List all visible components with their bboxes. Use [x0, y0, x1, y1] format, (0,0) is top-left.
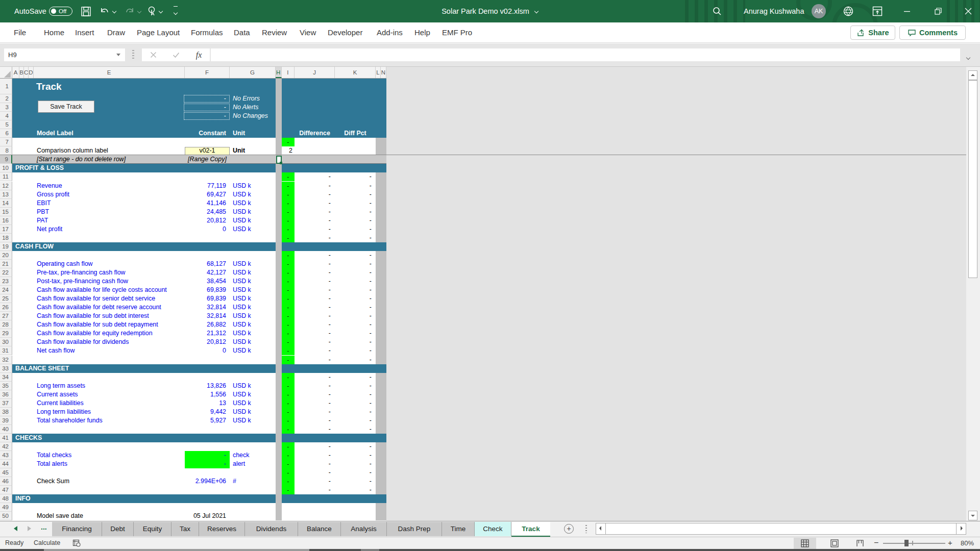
row-value[interactable]: 2.994E+06: [185, 477, 226, 486]
row-value[interactable]: 68,127: [185, 260, 226, 268]
difference-value[interactable]: -: [295, 199, 335, 208]
sheet-tab-financing[interactable]: Financing: [52, 522, 102, 536]
column-header-J[interactable]: J: [295, 67, 335, 78]
formula-bar-grip[interactable]: [132, 50, 134, 60]
ribbon-tab-add-ins[interactable]: Add-ins: [377, 22, 403, 42]
save-track-button[interactable]: Save Track: [38, 101, 94, 113]
row-header-46[interactable]: 46: [0, 477, 12, 486]
row-label[interactable]: Long term liabilities: [37, 408, 185, 416]
diffpct-value[interactable]: -: [335, 251, 376, 260]
difference-value[interactable]: -: [295, 294, 335, 303]
fill-handle[interactable]: [280, 162, 282, 164]
diffpct-value[interactable]: -: [335, 442, 376, 451]
normal-view-button[interactable]: [794, 538, 816, 549]
row-label[interactable]: Operating cash flow: [37, 260, 185, 268]
row-header-32[interactable]: 32: [0, 356, 12, 364]
hscroll-left-button[interactable]: [596, 523, 606, 535]
row-value[interactable]: 21,312: [185, 329, 226, 338]
difference-value[interactable]: -: [295, 286, 335, 294]
vertical-scroll-thumb[interactable]: [968, 80, 977, 278]
row-header-8[interactable]: 8: [0, 146, 12, 155]
row-value[interactable]: 42,127: [185, 268, 226, 277]
difference-value[interactable]: -: [295, 451, 335, 460]
close-button[interactable]: [957, 0, 980, 22]
row-header-10[interactable]: 10: [0, 164, 12, 172]
difference-value[interactable]: -: [295, 399, 335, 408]
row-header-29[interactable]: 29: [0, 329, 12, 338]
diffpct-value[interactable]: -: [335, 338, 376, 346]
row-header-28[interactable]: 28: [0, 320, 12, 329]
ribbon-tab-data[interactable]: Data: [234, 22, 250, 42]
page-break-view-button[interactable]: [849, 538, 871, 549]
sheet-tab-equity[interactable]: Equity: [134, 522, 172, 536]
sheet-tab-time[interactable]: Time: [442, 522, 475, 536]
row-value[interactable]: 32,814: [185, 303, 226, 312]
row-header-1[interactable]: 1: [0, 79, 12, 94]
diffpct-value[interactable]: -: [335, 260, 376, 268]
ribbon-tab-draw[interactable]: Draw: [107, 22, 125, 42]
ribbon-tab-view[interactable]: View: [300, 22, 316, 42]
difference-value[interactable]: -: [295, 303, 335, 312]
zoom-slider-track[interactable]: [883, 543, 945, 544]
account-avatar[interactable]: AK: [812, 0, 826, 22]
row-label[interactable]: Model save date: [37, 512, 185, 520]
difference-value[interactable]: -: [295, 260, 335, 268]
row-value[interactable]: 9,442: [185, 408, 226, 416]
row-header-48[interactable]: 48: [0, 494, 12, 503]
row-header-7[interactable]: 7: [0, 138, 12, 146]
name-box-dropdown-icon[interactable]: [116, 54, 120, 56]
row-value[interactable]: 69,839: [185, 286, 226, 294]
row-label[interactable]: Cash flow available for senior debt serv…: [37, 294, 185, 303]
difference-value[interactable]: -: [295, 338, 335, 346]
row-header-15[interactable]: 15: [0, 208, 12, 216]
column-header-F[interactable]: F: [185, 67, 230, 78]
hscroll-right-button[interactable]: [956, 523, 966, 535]
row-value[interactable]: 5,927: [185, 416, 226, 425]
row-label[interactable]: Cash flow available for equity redemptio…: [37, 329, 185, 338]
column-header-E[interactable]: E: [34, 67, 185, 78]
row-header-49[interactable]: 49: [0, 503, 12, 512]
diffpct-value[interactable]: -: [335, 399, 376, 408]
row-value[interactable]: 32,814: [185, 312, 226, 320]
difference-value[interactable]: -: [295, 312, 335, 320]
row-value[interactable]: -: [185, 460, 226, 468]
difference-value[interactable]: -: [295, 225, 335, 234]
row-header-45[interactable]: 45: [0, 468, 12, 477]
ribbon-tab-page-layout[interactable]: Page Layout: [137, 22, 180, 42]
row-header-11[interactable]: 11: [0, 172, 12, 181]
diffpct-value[interactable]: -: [335, 172, 376, 181]
row-header-17[interactable]: 17: [0, 225, 12, 234]
difference-value[interactable]: -: [295, 425, 335, 434]
difference-value[interactable]: -: [295, 416, 335, 425]
sheet-tab-check[interactable]: Check: [475, 522, 511, 536]
row-label[interactable]: PAT: [37, 216, 185, 225]
difference-value[interactable]: -: [295, 208, 335, 216]
row-label[interactable]: Cash flow available for dividends: [37, 338, 185, 346]
difference-value[interactable]: -: [295, 468, 335, 477]
difference-value[interactable]: -: [295, 268, 335, 277]
difference-value[interactable]: -: [295, 329, 335, 338]
difference-value[interactable]: -: [295, 234, 335, 242]
difference-value[interactable]: -: [295, 442, 335, 451]
page-layout-view-button[interactable]: [823, 538, 846, 549]
row-label[interactable]: Current liabilities: [37, 399, 185, 408]
diffpct-value[interactable]: -: [335, 356, 376, 364]
sheet-tab-analysis[interactable]: Analysis: [341, 522, 387, 536]
row-value[interactable]: 38,454: [185, 277, 226, 286]
row-header-31[interactable]: 31: [0, 346, 12, 355]
difference-value[interactable]: -: [295, 277, 335, 286]
scroll-down-button[interactable]: [968, 511, 977, 520]
diffpct-value[interactable]: -: [335, 312, 376, 320]
zoom-level[interactable]: 80%: [961, 539, 974, 547]
minimize-button[interactable]: [895, 0, 919, 22]
difference-value[interactable]: -: [295, 373, 335, 382]
diffpct-value[interactable]: -: [335, 320, 376, 329]
row-header-34[interactable]: 34: [0, 373, 12, 382]
diffpct-value[interactable]: -: [335, 408, 376, 416]
ribbon-tab-insert[interactable]: Insert: [75, 22, 94, 42]
column-header-B[interactable]: B: [19, 67, 24, 78]
row-label[interactable]: Total checks: [37, 451, 185, 460]
row-header-24[interactable]: 24: [0, 286, 12, 294]
row-label[interactable]: Total alerts: [37, 460, 185, 468]
column-header-C[interactable]: C: [24, 67, 29, 78]
